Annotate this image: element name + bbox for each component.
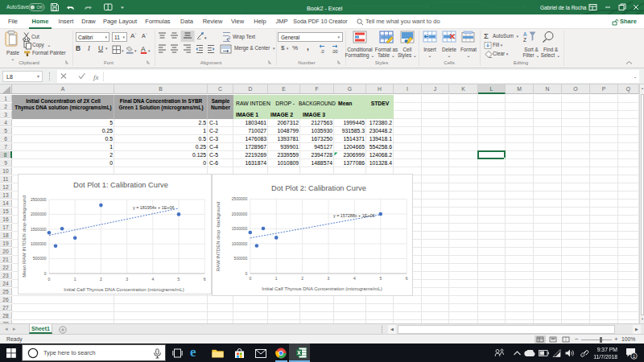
svg-text:fx: fx <box>93 73 99 81</box>
svg-text:0: 0 <box>44 271 47 276</box>
svg-text:2: 2 <box>100 277 102 282</box>
svg-text:y = 157288x + 1E+06: y = 157288x + 1E+06 <box>333 213 374 218</box>
svg-text:4: 4 <box>353 276 356 281</box>
svg-text:Off: Off <box>37 5 43 10</box>
svg-text:0: 0 <box>48 277 51 282</box>
svg-text:5: 5 <box>379 276 382 281</box>
svg-text:Dot Plot 2: Calibration Curve: Dot Plot 2: Calibration Curve <box>271 184 366 192</box>
svg-text:2500000: 2500000 <box>31 197 47 202</box>
svg-text:▾: ▾ <box>204 35 207 40</box>
svg-text:3: 3 <box>126 277 128 282</box>
svg-text:6: 6 <box>204 277 206 282</box>
svg-text:Z: Z <box>523 37 526 43</box>
svg-text:2000000: 2000000 <box>232 212 248 216</box>
svg-text:6: 6 <box>406 276 408 281</box>
svg-text:▾: ▾ <box>122 48 124 53</box>
svg-text:.0: .0 <box>320 49 324 54</box>
svg-text:1500000: 1500000 <box>232 226 248 231</box>
svg-text:.00: .00 <box>332 49 338 54</box>
svg-text:y = 181954x + 1E+06: y = 181954x + 1E+06 <box>133 205 174 210</box>
svg-text:5: 5 <box>178 277 180 282</box>
svg-text:Dot Plot 1: Calibration Curve: Dot Plot 1: Calibration Curve <box>73 181 168 189</box>
svg-text:▾: ▾ <box>148 48 151 53</box>
svg-text:A: A <box>523 31 527 37</box>
svg-text:0: 0 <box>249 276 251 281</box>
svg-text:Mean RAW INTDEN drop-backgroun: Mean RAW INTDEN drop-background <box>22 195 27 277</box>
svg-text:2: 2 <box>301 276 303 281</box>
svg-text:A: A <box>141 45 146 53</box>
svg-text:1500000: 1500000 <box>31 227 47 232</box>
svg-text:Initial Calf Thymus DNA Concen: Initial Calf Thymus DNA Concentration (m… <box>64 287 184 292</box>
svg-text:0: 0 <box>246 271 248 276</box>
svg-text:1000000: 1000000 <box>232 241 248 246</box>
svg-text:1: 1 <box>633 354 635 359</box>
svg-text:Book2 - Excel: Book2 - Excel <box>307 5 343 12</box>
svg-text:2000000: 2000000 <box>31 212 47 216</box>
svg-text:Initial Calf Thymus DNA Concen: Initial Calf Thymus DNA Concentration (m… <box>262 286 382 291</box>
svg-text:AutoSave: AutoSave <box>6 4 29 10</box>
svg-text:Σ: Σ <box>484 31 489 40</box>
svg-text:1000000: 1000000 <box>31 241 47 246</box>
svg-text:2500000: 2500000 <box>232 196 248 201</box>
svg-text:3: 3 <box>328 276 330 281</box>
svg-text:1: 1 <box>74 277 76 282</box>
svg-text:Gabriel de la Rocha: Gabriel de la Rocha <box>540 5 587 10</box>
svg-text:500000: 500000 <box>234 256 248 261</box>
svg-text:▾: ▾ <box>134 48 137 53</box>
svg-text:RAW INTDEN drop -background: RAW INTDEN drop -background <box>216 202 221 271</box>
svg-text:500000: 500000 <box>33 256 47 261</box>
svg-text:1: 1 <box>275 276 278 281</box>
svg-text:4: 4 <box>151 277 154 282</box>
